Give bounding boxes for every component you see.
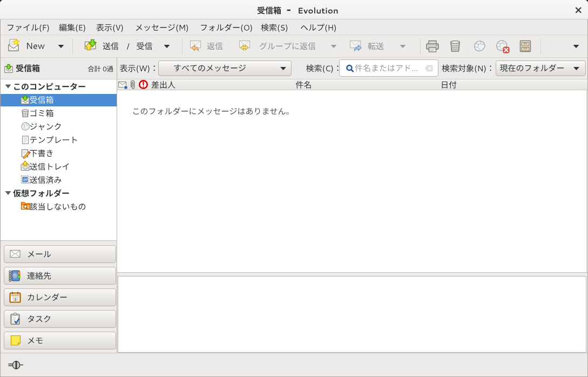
- svg-text:3: 3: [14, 297, 16, 302]
- svg-text:@: @: [12, 272, 18, 278]
